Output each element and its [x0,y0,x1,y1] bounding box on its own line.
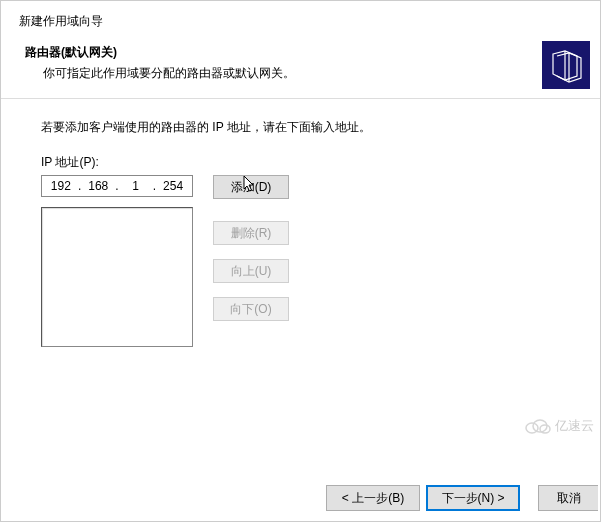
cancel-button[interactable]: 取消 [538,485,598,511]
ip-dot: . [114,179,120,193]
instruction-text: 若要添加客户端使用的路由器的 IP 地址，请在下面输入地址。 [41,119,560,136]
ip-address-label: IP 地址(P): [41,154,560,171]
content-area: 若要添加客户端使用的路由器的 IP 地址，请在下面输入地址。 IP 地址(P):… [1,99,600,347]
ip-octet-3[interactable]: 1 [122,179,150,193]
section-heading: 路由器(默认网关) [25,44,582,61]
move-down-button: 向下(O) [213,297,289,321]
ip-button-column: 添加(D) 删除(R) 向上(U) 向下(O) [213,175,289,335]
move-up-button: 向上(U) [213,259,289,283]
wizard-footer: < 上一步(B) 下一步(N) > 取消 [1,485,600,511]
wizard-header: 新建作用域向导 路由器(默认网关) 你可指定此作用域要分配的路由器或默认网关。 [1,1,600,99]
wizard-title: 新建作用域向导 [19,13,582,30]
ip-octet-1[interactable]: 192 [47,179,75,193]
watermark: 亿速云 [525,417,594,435]
wizard-dialog: 新建作用域向导 路由器(默认网关) 你可指定此作用域要分配的路由器或默认网关。 … [0,0,601,522]
ip-column: 192 . 168 . 1 . 254 [41,175,193,347]
ip-octet-4[interactable]: 254 [159,179,187,193]
ip-dot: . [151,179,157,193]
ip-octet-2[interactable]: 168 [84,179,112,193]
remove-button: 删除(R) [213,221,289,245]
ip-entry-row: 192 . 168 . 1 . 254 添加(D) 删除(R) 向上(U) 向下… [41,175,560,347]
ip-dot: . [77,179,83,193]
back-button[interactable]: < 上一步(B) [326,485,420,511]
watermark-text: 亿速云 [555,417,594,435]
svg-point-2 [540,425,550,433]
next-button[interactable]: 下一步(N) > [426,485,520,511]
header-icon [542,41,590,89]
section-description: 你可指定此作用域要分配的路由器或默认网关。 [43,65,582,82]
add-button[interactable]: 添加(D) [213,175,289,199]
ip-address-list[interactable] [41,207,193,347]
ip-address-input[interactable]: 192 . 168 . 1 . 254 [41,175,193,197]
